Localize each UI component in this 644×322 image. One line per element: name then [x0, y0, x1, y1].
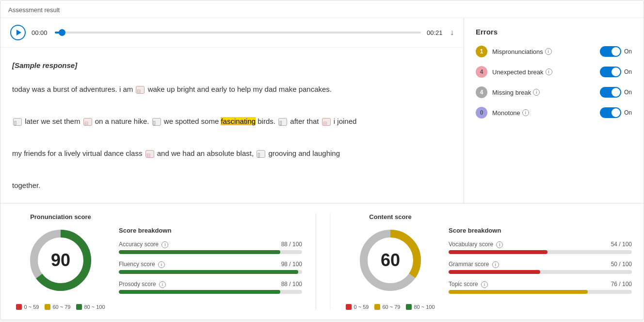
- toggle-container-monotone: On: [600, 107, 632, 118]
- word-3: later we set them: [25, 117, 82, 125]
- topic-bar-bg: [449, 290, 632, 294]
- legend-dot-green: [76, 304, 82, 310]
- topic-label: Topic score i: [449, 281, 488, 288]
- word-8: i joined: [334, 117, 357, 125]
- word-5: we spotted some: [164, 117, 221, 125]
- toggle-unexpected-break[interactable]: [600, 67, 621, 77]
- legend-label-0-59: 0 ~ 59: [24, 304, 39, 310]
- audio-progress-thumb: [59, 29, 65, 36]
- break-marker-3: [322, 118, 331, 126]
- accuracy-bar-bg: [119, 250, 302, 254]
- word-2: wake up bright and early to help my dad …: [148, 85, 332, 93]
- text-panel: [Sample response] today was a burst of a…: [0, 48, 464, 203]
- audio-progress-track[interactable]: [55, 32, 421, 34]
- fluency-label: Fluency score i: [119, 261, 165, 268]
- error-text-mispronunciations: Mispronunciations: [492, 48, 543, 55]
- content-score-title: Content score: [369, 213, 411, 220]
- prosody-row: Prosody score i 88 / 100: [119, 281, 302, 294]
- pronunciation-donut-container: 90: [27, 226, 95, 294]
- info-icon-mispronunciations[interactable]: i: [545, 48, 552, 55]
- topic-row: Topic score i 76 / 100: [449, 281, 632, 294]
- content-breakdown-panel: Score breakdown Vocabulary score i 54 / …: [449, 213, 632, 310]
- legend-dot-yellow: [45, 304, 50, 310]
- word-4: on a nature hike.: [95, 117, 151, 125]
- topic-label-row: Topic score i 76 / 100: [449, 281, 632, 288]
- grammar-label: Grammar score i: [449, 261, 499, 268]
- content-breakdown-title: Score breakdown: [449, 227, 632, 234]
- toggle-label-mispronunciations: On: [624, 48, 632, 55]
- errors-panel: Errors 1 Mispronunciations i On 4 Unexpe…: [464, 18, 644, 203]
- content-legend-dot-red: [346, 304, 352, 310]
- error-row-mispronunciations: 1 Mispronunciations i On: [476, 46, 632, 57]
- grammar-row: Grammar score i 50 / 100: [449, 261, 632, 274]
- info-icon-fluency[interactable]: i: [158, 261, 165, 268]
- info-icon-accuracy[interactable]: i: [161, 241, 168, 248]
- break-marker-gray-4: [257, 150, 265, 158]
- toggle-mispronunciations[interactable]: [600, 46, 621, 57]
- info-icon-prosody[interactable]: i: [159, 281, 166, 288]
- word-11: grooving and laughing: [268, 149, 340, 157]
- content-legend-item-green: 80 ~ 100: [406, 304, 435, 310]
- toggle-label-monotone: On: [624, 109, 632, 116]
- text-line-4: together.: [12, 181, 40, 189]
- topic-bar-fill: [449, 290, 588, 294]
- pronunciation-legend: 0 ~ 59 60 ~ 79 80 ~ 100: [16, 304, 105, 310]
- error-label-mispronunciations: Mispronunciations i: [492, 48, 595, 55]
- error-label-missing-break: Missing break i: [492, 89, 595, 96]
- sample-label: [Sample response]: [12, 57, 452, 73]
- error-badge-mispronunciations: 1: [476, 46, 487, 57]
- toggle-container-mispronunciations: On: [600, 46, 632, 57]
- error-row-monotone: 0 Monotone i On: [476, 107, 632, 119]
- toggle-monotone[interactable]: [600, 107, 621, 118]
- toggle-label-missing-break: On: [624, 89, 632, 96]
- bottom-section: Pronunciation score 90 0 ~ 59 60: [0, 203, 644, 320]
- content-section: Content score 60 0 ~ 59 60 ~ 79: [330, 213, 632, 310]
- word-9: my friends for a lively virtual dance cl…: [12, 149, 145, 157]
- fluency-label-row: Fluency score i 98 / 100: [119, 261, 302, 268]
- word-12: together.: [12, 181, 40, 189]
- topic-value: 76 / 100: [611, 281, 632, 288]
- info-icon-grammar[interactable]: i: [492, 261, 499, 268]
- grammar-label-row: Grammar score i 50 / 100: [449, 261, 632, 268]
- audio-progress-fill: [55, 32, 62, 34]
- toggle-container-unexpected-break: On: [600, 67, 632, 77]
- break-marker-2: [83, 118, 92, 126]
- info-icon-topic[interactable]: i: [481, 281, 488, 288]
- info-icon-monotone[interactable]: i: [522, 109, 529, 116]
- pronunciation-breakdown-panel: Score breakdown Accuracy score i 88 / 10…: [119, 213, 302, 310]
- legend-label-60-79: 60 ~ 79: [52, 304, 70, 310]
- break-marker-4: [145, 150, 154, 158]
- legend-dot-red: [16, 304, 22, 310]
- word-7: after that: [290, 117, 321, 125]
- vocabulary-value: 54 / 100: [611, 241, 632, 248]
- error-row-missing-break: 4 Missing break i On: [476, 86, 632, 98]
- play-button[interactable]: [10, 25, 26, 40]
- content-legend: 0 ~ 59 60 ~ 79 80 ~ 100: [346, 304, 435, 310]
- audio-bar: 00:00 00:21 ↓: [0, 18, 464, 48]
- prosody-label-row: Prosody score i 88 / 100: [119, 281, 302, 288]
- legend-item-red: 0 ~ 59: [16, 304, 39, 310]
- info-icon-missing-break[interactable]: i: [533, 89, 540, 96]
- prosody-bar-bg: [119, 290, 302, 294]
- info-icon-unexpected-break[interactable]: i: [546, 68, 552, 75]
- toggle-container-missing-break: On: [600, 87, 632, 98]
- fluency-bar-fill: [119, 270, 298, 274]
- page-title: Assessment result: [0, 0, 644, 18]
- pronunciation-section: Pronunciation score 90 0 ~ 59 60: [12, 213, 302, 310]
- error-badge-unexpected-break: 4: [476, 66, 487, 78]
- accuracy-bar-fill: [119, 250, 280, 254]
- word-fascinating: fascinating: [221, 117, 256, 125]
- word-1: today was a burst of adventures. i am: [12, 85, 135, 93]
- fluency-bar-bg: [119, 270, 302, 274]
- word-10: and we had an absolute blast,: [157, 149, 256, 157]
- content-legend-dot-green: [406, 304, 412, 310]
- download-button[interactable]: ↓: [450, 28, 454, 37]
- word-6: birds.: [258, 117, 277, 125]
- toggle-missing-break[interactable]: [600, 87, 621, 98]
- error-label-unexpected-break: Unexpected break i: [492, 68, 595, 76]
- errors-title: Errors: [476, 28, 632, 36]
- accuracy-value: 88 / 100: [281, 241, 302, 248]
- content-score-number: 60: [381, 250, 400, 271]
- text-line-3: my friends for a lively virtual dance cl…: [12, 149, 340, 157]
- info-icon-vocabulary[interactable]: i: [496, 241, 503, 248]
